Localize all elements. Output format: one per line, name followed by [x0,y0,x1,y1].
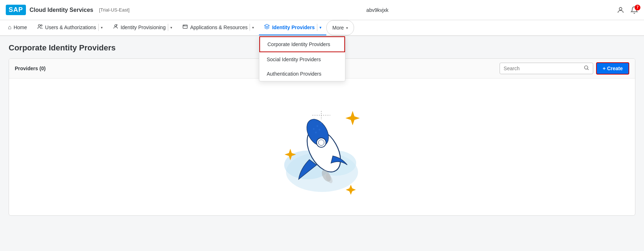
applications-chevron: ▾ [252,26,254,30]
svg-point-20 [319,129,321,131]
more-chevron: ▾ [346,26,348,30]
provisioning-icon [113,24,118,31]
search-box [500,63,593,74]
header-center: abv9kvjxk [138,7,617,13]
notification-button[interactable]: 7 [630,6,638,14]
toolbar-right: + Create [500,62,629,75]
rocket-svg [264,93,380,201]
nav-applications[interactable]: Applications & Resources ▾ [177,20,259,35]
app-env: [Trial-US-East] [99,7,130,13]
navbar: ⌂ Home Users & Authorizations ▾ Identity… [0,20,644,36]
create-button[interactable]: + Create [596,62,629,75]
user-icon [617,6,625,14]
applications-icon [182,24,188,31]
user-avatar-button[interactable] [617,6,625,14]
sap-logo-box: SAP [6,5,26,15]
svg-point-16 [313,128,315,130]
search-button[interactable] [583,65,589,72]
dropdown-authentication[interactable]: Authentication Providers [259,67,345,81]
providers-count: Providers (0) [15,66,46,71]
empty-state [9,79,635,215]
nav-identity-providers[interactable]: Identity Providers ▾ [259,20,326,35]
header-right: 7 [617,6,638,14]
separator3 [250,24,250,31]
providers-panel: Providers (0) + Create [9,58,635,216]
svg-line-8 [587,69,589,70]
identity-providers-icon [264,24,270,31]
dropdown-corporate[interactable]: Corporate Identity Providers [259,36,345,52]
svg-point-0 [619,7,622,10]
dropdown-social[interactable]: Social Identity Providers [259,52,345,67]
nav-users[interactable]: Users & Authorizations ▾ [32,20,108,35]
svg-point-17 [317,125,318,127]
notification-badge: 7 [635,5,640,10]
svg-point-19 [315,132,317,134]
tenant-id: abv9kvjxk [366,7,388,13]
identity-providers-dropdown: Corporate Identity Providers Social Iden… [259,36,345,81]
rocket-illustration [264,93,380,201]
home-icon: ⌂ [8,24,12,31]
svg-point-2 [41,25,42,26]
svg-point-18 [320,122,322,124]
sap-logo: SAP Cloud Identity Services [Trial-US-Ea… [6,5,130,15]
nav-more[interactable]: More ▾ [326,20,354,35]
users-icon [37,24,43,31]
search-input[interactable] [504,66,583,71]
users-chevron: ▾ [101,26,103,30]
identity-providers-chevron[interactable]: ▾ [319,26,321,30]
separator4 [317,24,317,31]
svg-point-1 [38,24,40,26]
app-title: Cloud Identity Services [30,7,93,13]
nav-identity-provisioning[interactable]: Identity Provisioning ▾ [108,20,177,35]
separator2 [168,24,168,31]
app-header: SAP Cloud Identity Services [Trial-US-Ea… [0,0,644,20]
nav-identity-providers-wrapper: Identity Providers ▾ Corporate Identity … [259,20,326,35]
separator [98,24,99,31]
svg-point-7 [585,66,588,69]
provisioning-chevron: ▾ [170,26,172,30]
search-icon [583,65,589,71]
nav-home[interactable]: ⌂ Home [3,20,32,35]
svg-rect-4 [183,25,187,28]
svg-point-22 [318,140,324,145]
